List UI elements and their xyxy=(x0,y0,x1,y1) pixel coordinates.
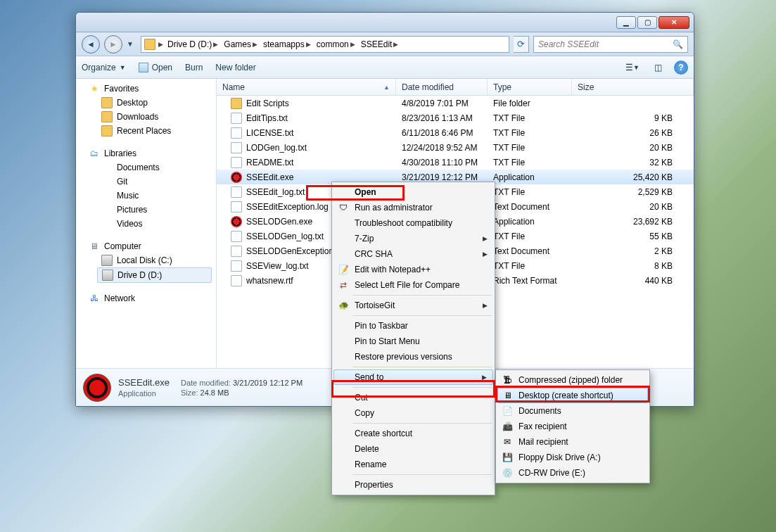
ctx-run-as-admin[interactable]: 🛡Run as administrator xyxy=(333,200,493,215)
ctx-tortoisegit[interactable]: 🐢TortoiseGit xyxy=(333,298,493,313)
file-row[interactable]: LICENSE.txt6/11/2018 6:46 PMTXT File26 K… xyxy=(217,125,694,140)
ctx-delete[interactable]: Delete xyxy=(333,441,493,457)
file-size: 23,692 KB xyxy=(572,217,694,227)
star-icon: ★ xyxy=(89,83,100,94)
maximize-button[interactable] xyxy=(637,16,657,29)
nav-item[interactable]: Local Disk (C:) xyxy=(76,253,216,267)
view-options-button[interactable]: ☰ ▼ xyxy=(623,60,642,75)
nav-item[interactable]: Pictures xyxy=(76,203,216,217)
nav-item[interactable]: Documents xyxy=(76,160,216,175)
nav-item[interactable]: Recent Places xyxy=(76,124,216,138)
back-button[interactable]: ◄ xyxy=(82,35,100,53)
file-row[interactable]: README.txt4/30/2018 11:10 PMTXT File32 K… xyxy=(217,155,694,170)
nav-item[interactable]: Desktop xyxy=(76,96,216,110)
preview-pane-button[interactable]: ◫ xyxy=(649,60,667,75)
minimize-button[interactable] xyxy=(616,16,636,29)
file-row[interactable]: EditTips.txt8/23/2016 1:13 AMTXT File9 K… xyxy=(217,110,694,125)
ctx-crc-sha[interactable]: CRC SHA xyxy=(333,246,493,262)
ctx-7zip[interactable]: 7-Zip xyxy=(333,231,493,246)
details-type: Application xyxy=(118,389,170,398)
file-type: Application xyxy=(488,217,572,227)
details-name: SSEEdit.exe xyxy=(118,377,170,388)
sendto-documents[interactable]: 📄Documents xyxy=(497,403,648,419)
search-box[interactable]: Search SSEEdit 🔍 xyxy=(533,36,688,53)
file-icon xyxy=(231,127,242,139)
ctx-copy[interactable]: Copy xyxy=(333,405,493,421)
forward-button[interactable]: ► xyxy=(104,35,122,53)
nav-item[interactable]: Git xyxy=(76,175,216,189)
nav-item[interactable]: Videos xyxy=(76,217,216,231)
nav-item[interactable]: Drive D (D:) xyxy=(97,267,212,283)
close-button[interactable] xyxy=(659,16,689,29)
ctx-open[interactable]: Open xyxy=(333,184,493,200)
ctx-restore[interactable]: Restore previous versions xyxy=(333,349,493,365)
file-type: TXT File xyxy=(488,261,572,271)
nav-item-label: Git xyxy=(117,177,127,186)
mail-icon: ✉ xyxy=(502,436,513,448)
file-date: 6/11/2018 6:46 PM xyxy=(396,128,488,138)
command-bar: Organize ▼ Open Burn New folder ☰ ▼ ◫ ? xyxy=(76,56,694,79)
nav-computer[interactable]: 🖥Computer xyxy=(76,239,216,253)
file-icon xyxy=(231,157,242,168)
address-bar[interactable]: ▶ Drive D (D:)▶ Games▶ steamapps▶ common… xyxy=(141,36,509,53)
sendto-desktop[interactable]: 🖥Desktop (create shortcut) xyxy=(497,388,648,403)
nav-item[interactable]: Downloads xyxy=(76,110,216,124)
open-button[interactable]: Open xyxy=(139,63,172,72)
file-name: README.txt xyxy=(246,158,293,167)
file-name: SSELODGen_log.txt xyxy=(246,232,324,241)
fax-icon: 📠 xyxy=(502,421,513,432)
shield-icon: 🛡 xyxy=(338,202,349,213)
nav-item-label: Documents xyxy=(117,163,160,172)
ctx-pin-start[interactable]: Pin to Start Menu xyxy=(333,334,493,349)
nav-item-label: Videos xyxy=(117,219,142,229)
file-icon xyxy=(231,172,242,183)
sendto-cdrw[interactable]: 💿CD-RW Drive (E:) xyxy=(497,465,648,481)
file-row[interactable]: LODGen_log.txt12/24/2018 9:52 AMTXT File… xyxy=(217,140,694,155)
nav-network[interactable]: 🖧Network xyxy=(76,291,216,305)
nav-favorites[interactable]: ★Favorites xyxy=(76,82,216,96)
ctx-cut[interactable]: Cut xyxy=(333,390,493,405)
sendto-zip[interactable]: 🗜Compressed (zipped) folder xyxy=(497,372,648,388)
file-name: whatsnew.rtf xyxy=(246,276,293,286)
zip-icon: 🗜 xyxy=(502,374,513,386)
nav-item-icon xyxy=(102,270,113,281)
ctx-create-shortcut[interactable]: Create shortcut xyxy=(333,426,493,441)
history-dropdown[interactable]: ▼ xyxy=(127,40,136,48)
ctx-rename[interactable]: Rename xyxy=(333,457,493,472)
network-icon: 🖧 xyxy=(89,293,100,304)
column-headers[interactable]: Name▲ Date modified Type Size xyxy=(217,79,694,96)
file-size: 25,420 KB xyxy=(572,172,694,182)
ctx-compare[interactable]: ⇄Select Left File for Compare xyxy=(333,277,493,293)
nav-item-icon xyxy=(101,162,113,173)
ctx-troubleshoot[interactable]: Troubleshoot compatibility xyxy=(333,215,493,231)
sendto-mail[interactable]: ✉Mail recipient xyxy=(497,434,648,450)
burn-button[interactable]: Burn xyxy=(185,63,203,72)
sendto-floppy[interactable]: 💾Floppy Disk Drive (A:) xyxy=(497,450,648,465)
file-name: EditTips.txt xyxy=(246,113,288,123)
refresh-button[interactable]: ⟳ xyxy=(514,36,529,53)
file-icon xyxy=(231,246,242,257)
new-folder-button[interactable]: New folder xyxy=(215,63,255,72)
ctx-send-to[interactable]: Send to xyxy=(333,369,493,385)
tortoise-icon: 🐢 xyxy=(338,300,349,311)
file-size: 440 KB xyxy=(572,276,694,286)
file-size: 2,529 KB xyxy=(572,187,694,197)
ctx-properties[interactable]: Properties xyxy=(333,477,493,493)
breadcrumb-seg: common▶ xyxy=(315,39,357,49)
ctx-notepad[interactable]: 📝Edit with Notepad++ xyxy=(333,262,493,277)
file-name: SSEView_log.txt xyxy=(246,261,309,271)
sort-asc-icon: ▲ xyxy=(383,84,390,91)
ctx-pin-taskbar[interactable]: Pin to Taskbar xyxy=(333,318,493,334)
sendto-fax[interactable]: 📠Fax recipient xyxy=(497,419,648,434)
file-name: SSEEdit_log.txt xyxy=(246,187,305,197)
nav-item[interactable]: Music xyxy=(76,189,216,203)
details-size: 24.8 MB xyxy=(201,388,229,397)
file-row[interactable]: Edit Scripts4/8/2019 7:01 PMFile folder xyxy=(217,96,694,110)
organize-button[interactable]: Organize ▼ xyxy=(82,63,126,72)
file-type: Text Document xyxy=(488,246,572,256)
nav-libraries[interactable]: 🗂Libraries xyxy=(76,146,216,160)
help-button[interactable]: ? xyxy=(674,61,688,75)
file-icon xyxy=(231,186,242,198)
col-name: Name▲ xyxy=(217,79,396,95)
nav-item-label: Local Disk (C:) xyxy=(117,255,172,265)
